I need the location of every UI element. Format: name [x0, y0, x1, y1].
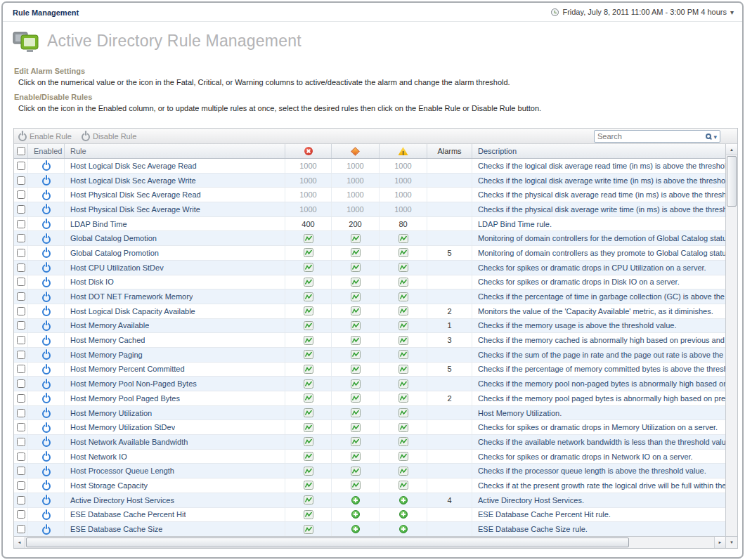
row-checkbox[interactable] [17, 365, 25, 373]
edit-threshold-chart-icon[interactable] [304, 379, 313, 389]
row-checkbox[interactable] [17, 438, 25, 446]
rule-name[interactable]: LDAP Bind Time [70, 220, 127, 228]
edit-threshold-chart-icon[interactable] [304, 234, 313, 243]
threshold-value[interactable]: 1000 [346, 176, 363, 185]
enabled-power-icon[interactable] [42, 366, 51, 375]
rule-name[interactable]: Host Memory Utilization StDev [70, 423, 175, 431]
enabled-power-icon[interactable] [42, 351, 51, 360]
edit-threshold-chart-icon[interactable] [351, 263, 361, 272]
row-checkbox[interactable] [17, 190, 25, 199]
column-header-rule[interactable]: Rule [65, 144, 285, 158]
edit-threshold-chart-icon[interactable] [351, 423, 361, 432]
edit-threshold-chart-icon[interactable] [304, 423, 313, 432]
row-checkbox[interactable] [17, 249, 25, 257]
rule-name[interactable]: Host Memory Pool Non-Paged Bytes [70, 379, 197, 388]
rule-name[interactable]: ESE Database Cache Size [70, 525, 162, 533]
edit-threshold-chart-icon[interactable] [351, 437, 361, 446]
enabled-power-icon[interactable] [42, 337, 51, 346]
edit-threshold-chart-icon[interactable] [304, 278, 313, 287]
edit-threshold-chart-icon[interactable] [304, 350, 313, 359]
column-header-fatal[interactable] [285, 144, 332, 158]
rule-name[interactable]: Active Directory Host Services [70, 496, 174, 504]
threshold-value[interactable]: 1000 [346, 162, 363, 170]
rule-name[interactable]: Host DOT NET Framework Memory [70, 292, 193, 301]
edit-threshold-chart-icon[interactable] [351, 452, 361, 461]
column-header-description[interactable]: Description [472, 144, 725, 158]
edit-threshold-chart-icon[interactable] [399, 278, 408, 287]
edit-threshold-chart-icon[interactable] [351, 306, 361, 315]
row-checkbox[interactable] [17, 467, 25, 475]
rule-name[interactable]: Host Logical Disk Sec Average Read [70, 162, 197, 170]
row-checkbox[interactable] [17, 394, 25, 403]
scroll-right-arrow[interactable] [714, 537, 725, 548]
rule-name[interactable]: Host Storage Capacity [70, 481, 148, 490]
threshold-value[interactable]: 1000 [394, 162, 411, 170]
rule-name[interactable]: Host Memory Percent Committed [70, 365, 185, 373]
enabled-power-icon[interactable] [42, 526, 51, 535]
enabled-power-icon[interactable] [42, 468, 51, 476]
rule-name[interactable]: Host Memory Utilization [70, 409, 152, 417]
timerange-selector[interactable]: Friday, July 8, 2011 11:00 AM - 3:00 PM … [551, 8, 734, 16]
enabled-power-icon[interactable] [42, 512, 51, 520]
edit-threshold-chart-icon[interactable] [399, 336, 408, 345]
search-input[interactable] [595, 131, 706, 141]
threshold-value[interactable]: 1000 [299, 205, 316, 214]
enabled-power-icon[interactable] [42, 308, 51, 316]
edit-threshold-chart-icon[interactable] [351, 408, 361, 417]
edit-threshold-chart-icon[interactable] [351, 393, 361, 403]
scroll-down-arrow[interactable] [725, 536, 737, 548]
enabled-power-icon[interactable] [42, 381, 51, 389]
edit-threshold-chart-icon[interactable] [304, 510, 313, 519]
row-checkbox[interactable] [17, 307, 25, 315]
rule-name[interactable]: Host Disk IO [70, 278, 114, 286]
column-header-critical[interactable] [332, 144, 380, 158]
enabled-power-icon[interactable] [42, 410, 51, 418]
row-checkbox[interactable] [17, 496, 25, 504]
disable-rule-button[interactable]: Disable Rule [82, 131, 136, 141]
rule-name[interactable]: Host Network Available Bandwidth [70, 438, 188, 446]
threshold-value[interactable]: 1000 [299, 190, 316, 199]
enabled-power-icon[interactable] [42, 177, 51, 185]
column-header-alarms[interactable]: Alarms [427, 144, 472, 158]
vertical-scrollbar[interactable] [725, 144, 737, 536]
rule-name[interactable]: Global Catalog Promotion [70, 249, 159, 257]
row-checkbox[interactable] [17, 234, 25, 242]
add-alarm-icon[interactable] [351, 496, 360, 504]
enable-rule-button[interactable]: Enable Rule [18, 131, 72, 141]
edit-threshold-chart-icon[interactable] [399, 379, 408, 389]
threshold-value[interactable]: 1000 [346, 190, 363, 199]
threshold-value[interactable]: 80 [399, 220, 407, 228]
enabled-power-icon[interactable] [42, 395, 51, 403]
edit-threshold-chart-icon[interactable] [399, 452, 408, 461]
row-checkbox[interactable] [17, 452, 25, 461]
search-options-caret-icon[interactable] [713, 132, 717, 141]
edit-threshold-chart-icon[interactable] [399, 365, 408, 374]
edit-threshold-chart-icon[interactable] [399, 437, 408, 446]
add-alarm-icon[interactable] [351, 525, 360, 533]
edit-threshold-chart-icon[interactable] [399, 393, 408, 403]
edit-threshold-chart-icon[interactable] [399, 423, 408, 432]
edit-threshold-chart-icon[interactable] [304, 408, 313, 417]
threshold-value[interactable]: 1000 [394, 176, 411, 185]
edit-threshold-chart-icon[interactable] [304, 467, 313, 476]
row-checkbox[interactable] [17, 336, 25, 344]
edit-threshold-chart-icon[interactable] [351, 321, 361, 330]
horizontal-scrollbar[interactable] [14, 536, 725, 548]
edit-threshold-chart-icon[interactable] [399, 292, 408, 301]
row-checkbox[interactable] [17, 423, 25, 431]
edit-threshold-chart-icon[interactable] [351, 278, 361, 287]
edit-threshold-chart-icon[interactable] [304, 321, 313, 330]
edit-threshold-chart-icon[interactable] [351, 379, 361, 389]
rule-name[interactable]: Host Network IO [70, 452, 127, 461]
rule-name[interactable]: Host Processor Queue Length [70, 467, 174, 475]
edit-threshold-chart-icon[interactable] [399, 306, 408, 315]
rule-name[interactable]: Host Memory Available [70, 321, 149, 330]
edit-threshold-chart-icon[interactable] [304, 306, 313, 315]
edit-threshold-chart-icon[interactable] [304, 336, 313, 345]
row-checkbox[interactable] [17, 220, 25, 228]
edit-threshold-chart-icon[interactable] [304, 292, 313, 301]
rule-name[interactable]: Host Memory Cached [70, 336, 145, 344]
rule-name[interactable]: Host Physical Disk Sec Average Read [70, 190, 201, 199]
rule-name[interactable]: Host Memory Pool Paged Bytes [70, 394, 180, 403]
edit-threshold-chart-icon[interactable] [351, 248, 361, 257]
